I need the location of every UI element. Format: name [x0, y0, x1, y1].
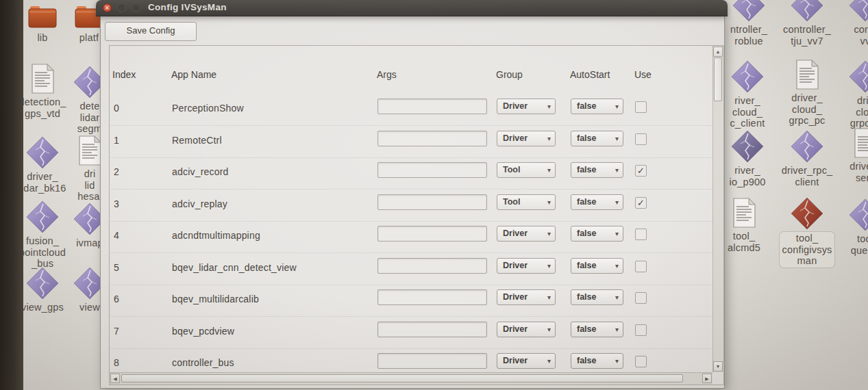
vertical-scrollbar-thumb[interactable]: [714, 57, 722, 101]
save-config-button[interactable]: Save Config: [105, 22, 197, 41]
cell-index: 0: [114, 103, 119, 114]
autostart-dropdown[interactable]: false▾: [571, 289, 623, 305]
cell-index: 2: [114, 166, 119, 177]
group-dropdown[interactable]: Driver▾: [497, 258, 556, 274]
autostart-dropdown-value: false: [577, 165, 597, 174]
use-checkbox[interactable]: [635, 356, 647, 367]
group-dropdown[interactable]: Driver▾: [497, 131, 556, 146]
table-row: 8controller_busDriver▾false▾: [110, 348, 712, 372]
scroll-left-icon[interactable]: ◀: [110, 374, 120, 383]
desktop-icon-driver-cloud-grpc-pc[interactable]: driver_ cloud_ grpc_pc: [777, 59, 837, 127]
document-icon: [777, 59, 837, 90]
use-checkbox[interactable]: ✓: [635, 165, 647, 177]
autostart-dropdown[interactable]: false▾: [571, 194, 623, 210]
group-dropdown[interactable]: Driver▾: [497, 226, 556, 242]
args-input[interactable]: [377, 322, 487, 337]
desktop-icon-driver-rpc-client[interactable]: driver_rpc_ client: [777, 130, 837, 187]
desktop-icon-tool-configivsysman[interactable]: tool_ configivsys man: [777, 197, 837, 268]
cell-index: 1: [114, 135, 119, 146]
autostart-dropdown-value: false: [577, 292, 597, 302]
cell-index: 8: [114, 357, 119, 368]
vertical-scrollbar[interactable]: ▲ ▼: [712, 46, 723, 372]
use-checkbox[interactable]: [635, 324, 647, 336]
desktop-icon-driv-clou-grpc-s[interactable]: driv clou grpc_s: [835, 60, 868, 129]
close-icon[interactable]: ×: [103, 3, 112, 12]
minimize-icon[interactable]: [117, 3, 126, 12]
group-dropdown-value: Driver: [503, 133, 528, 143]
chevron-down-icon: ▾: [615, 131, 619, 146]
horizontal-scrollbar-thumb[interactable]: [121, 374, 683, 382]
autostart-dropdown[interactable]: false▾: [571, 131, 623, 146]
group-dropdown[interactable]: Tool▾: [497, 194, 556, 210]
table-row: 7bqev_pcdviewDriver▾false▾: [110, 317, 712, 349]
autostart-dropdown[interactable]: false▾: [571, 353, 623, 369]
use-checkbox[interactable]: ✓: [635, 197, 647, 209]
maximize-icon[interactable]: [132, 3, 140, 12]
group-dropdown-value: Tool: [503, 197, 520, 207]
autostart-dropdown[interactable]: false▾: [571, 162, 623, 178]
desktop-icon-river-io-p900[interactable]: river_ io_p900: [717, 130, 778, 187]
args-input[interactable]: [377, 131, 487, 146]
group-dropdown[interactable]: Driver▾: [497, 99, 556, 114]
group-dropdown-value: Driver: [503, 101, 528, 111]
autostart-dropdown[interactable]: false▾: [571, 99, 623, 114]
monitor-bezel: [0, 0, 23, 390]
desktop-icon-label: controller_ tju_vv7: [777, 24, 837, 47]
diamond-icon: [717, 60, 778, 93]
diamond-icon: [835, 60, 868, 93]
desktop-icon-label: ntroller_ roblue: [719, 24, 779, 47]
diamond-icon: [777, 130, 837, 163]
desktop-icon-label: river_ io_p900: [717, 165, 778, 187]
window-titlebar[interactable]: × Config IVSysMan: [96, 0, 728, 16]
use-checkbox[interactable]: [635, 101, 647, 113]
args-input[interactable]: [377, 289, 487, 305]
use-checkbox[interactable]: [635, 133, 647, 145]
desktop-icon-river-cloud-c-client[interactable]: river_ cloud_ c_client: [717, 60, 778, 129]
group-dropdown-value: Driver: [503, 229, 528, 238]
desktop-icon-controller-tju-vv7[interactable]: controller_ tju_vv7: [777, 0, 837, 47]
group-dropdown[interactable]: Driver▾: [497, 353, 556, 369]
horizontal-scrollbar[interactable]: ◀ ▶: [110, 372, 712, 385]
diamond-icon: [719, 0, 779, 22]
args-input[interactable]: [377, 99, 487, 114]
desktop-icon-label: driver_rpc_ client: [777, 165, 837, 187]
use-checkbox[interactable]: [635, 261, 647, 272]
args-input[interactable]: [377, 162, 487, 178]
diamond-icon: [717, 130, 778, 163]
scroll-up-icon[interactable]: ▲: [713, 47, 723, 57]
chevron-down-icon: ▾: [615, 322, 619, 337]
desktop-icon-label: river_ cloud_ c_client: [717, 95, 778, 129]
desktop-icon-driver-serv[interactable]: driver_ serv: [835, 127, 868, 183]
args-input[interactable]: [377, 258, 487, 274]
desktop-icon-ntroller-roblue[interactable]: ntroller_ roblue: [719, 0, 779, 47]
autostart-dropdown[interactable]: false▾: [571, 322, 623, 337]
scroll-down-icon[interactable]: ▼: [713, 361, 723, 372]
document-icon: [835, 127, 868, 159]
autostart-dropdown[interactable]: false▾: [571, 226, 623, 242]
group-dropdown[interactable]: Driver▾: [497, 289, 556, 305]
autostart-dropdown[interactable]: false▾: [571, 258, 623, 274]
table-row: 3adciv_replayTool▾false▾✓: [110, 190, 712, 222]
chevron-down-icon: ▾: [547, 131, 551, 146]
use-checkbox[interactable]: [635, 292, 647, 304]
group-dropdown[interactable]: Tool▾: [497, 162, 556, 178]
group-dropdown-value: Driver: [503, 324, 528, 334]
autostart-dropdown-value: false: [577, 197, 597, 207]
chevron-down-icon: ▾: [547, 322, 551, 337]
scroll-right-icon[interactable]: ▶: [702, 374, 712, 383]
desktop-icon-contr-vv[interactable]: contr vv: [835, 0, 868, 47]
args-input[interactable]: [377, 226, 487, 242]
table-row: 1RemoteCtrlDriver▾false▾: [110, 126, 712, 158]
autostart-dropdown-value: false: [577, 133, 597, 143]
table-rows: 0PerceptionShowDriver▾false▾1RemoteCtrlD…: [110, 46, 712, 372]
desktop-icon-label: driver_ cloud_ grpc_pc: [777, 92, 837, 127]
chevron-down-icon: ▾: [615, 195, 619, 209]
use-checkbox[interactable]: [635, 229, 647, 240]
chevron-down-icon: ▾: [615, 163, 619, 177]
cell-index: 3: [114, 198, 119, 209]
app-table: Index App Name Args Group AutoStart Use …: [109, 45, 724, 385]
group-dropdown[interactable]: Driver▾: [497, 322, 556, 337]
args-input[interactable]: [377, 353, 487, 369]
desktop-icon-tool-queryr[interactable]: tool queryr: [835, 198, 868, 256]
args-input[interactable]: [377, 194, 487, 210]
